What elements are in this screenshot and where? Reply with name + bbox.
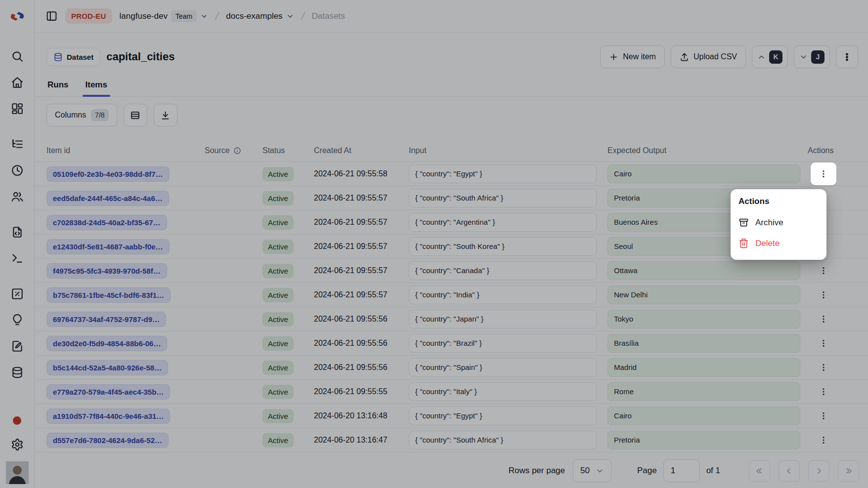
menu-item-delete[interactable]: Delete (738, 235, 819, 251)
row-actions-button[interactable] (811, 163, 836, 185)
archive-icon (738, 217, 749, 228)
row-actions-menu: Actions Archive Delete (731, 189, 826, 260)
menu-item-archive[interactable]: Archive (738, 214, 819, 231)
archive-label: Archive (755, 218, 783, 228)
delete-label: Delete (755, 239, 780, 248)
kebab-icon (819, 169, 828, 179)
menu-title: Actions (738, 197, 819, 206)
trash-icon (738, 238, 749, 248)
